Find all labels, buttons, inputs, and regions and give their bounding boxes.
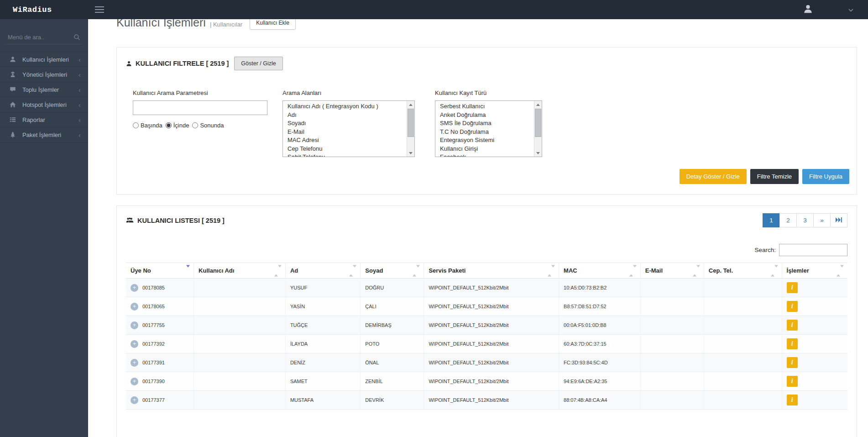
listbox-option[interactable]: T.C No Doğrulama [440, 128, 532, 137]
pagination-page-2[interactable]: 2 [779, 213, 797, 227]
scroll-up-icon[interactable] [534, 101, 542, 108]
user-icon [9, 56, 16, 63]
sidebar-search-input[interactable] [7, 31, 81, 44]
admin-icon [9, 71, 16, 78]
info-button[interactable]: i [787, 301, 798, 312]
pagination-last[interactable] [830, 213, 847, 227]
brand-logo[interactable]: WiRadius [0, 5, 78, 14]
filtre-temizle-button[interactable]: Filtre Temizle [750, 169, 799, 184]
radio-basinda-input[interactable] [133, 122, 139, 128]
expand-row-button[interactable]: + [131, 378, 138, 385]
info-button[interactable]: i [787, 395, 798, 405]
scrollbar[interactable] [407, 101, 414, 157]
main-content: Kullanıcı İşlemleri | Kullanıcılar Kulla… [88, 0, 868, 437]
column-header-soyad[interactable]: Soyad [361, 263, 424, 279]
record-type-label: Kullanıcı Kayıt Türü [435, 90, 542, 96]
expand-row-button[interactable]: + [131, 284, 138, 292]
listbox-option[interactable]: Entegrasyon Sistemi [440, 136, 532, 145]
listbox-option[interactable]: SMS İle Doğrulama [440, 119, 532, 128]
sidebar-toggle-button[interactable] [91, 2, 108, 17]
sidebar-menu: Kullanıcı İşlemleri ‹ Yönetici İşlemleri… [0, 52, 88, 142]
listbox-option[interactable]: Adı [288, 111, 404, 120]
pagination: 1 2 3 » [763, 213, 847, 227]
arama-alanlari-listbox[interactable]: Kullanıcı Adı ( Entegrasyon Kodu ) Adı S… [282, 100, 415, 157]
detay-goster-gizle-button[interactable]: Detay Göster / Gizle [680, 169, 747, 184]
listbox-option[interactable]: Sabit Telefonu [288, 153, 404, 157]
sidebar-item-label: Yönetici İşlemleri [22, 71, 78, 78]
filter-panel: KULLANICI FILTRELE [ 2519 ] Göster / Giz… [116, 47, 857, 195]
search-param-label: Kullanıcı Arama Parametresi [133, 90, 267, 96]
sidebar-item-yonetici-islemleri[interactable]: Yönetici İşlemleri ‹ [0, 67, 88, 82]
scrollbar[interactable] [534, 101, 542, 157]
listbox-option[interactable]: Serbest Kullanıcı [440, 102, 532, 111]
radio-sonunda[interactable]: Sonunda [192, 122, 224, 129]
sort-icon [629, 267, 637, 274]
radio-sonunda-input[interactable] [192, 122, 198, 128]
listbox-option[interactable]: MAC Adresi [288, 136, 404, 145]
column-header-kullanici-adi[interactable]: Kullanıcı Adı [194, 263, 286, 279]
scroll-down-icon[interactable] [407, 149, 414, 157]
listbox-option[interactable]: Kullanıcı Adı ( Entegrasyon Kodu ) [288, 102, 404, 111]
expand-row-button[interactable]: + [131, 340, 138, 348]
listbox-option[interactable]: Facebook [440, 153, 532, 157]
user-list-panel: KULLANICI LISTESI [ 2519 ] 1 2 3 » Searc… [116, 205, 857, 437]
sort-desc-icon [186, 267, 190, 274]
sidebar-item-raporlar[interactable]: Raporlar ‹ [0, 112, 88, 127]
listbox-option[interactable]: Anket Doğrulama [440, 111, 532, 120]
home-icon [9, 101, 16, 108]
info-button[interactable]: i [787, 282, 798, 293]
table-search-input[interactable] [779, 244, 847, 256]
pagination-page-3[interactable]: 3 [796, 213, 814, 227]
column-header-mac[interactable]: MAC [559, 263, 641, 279]
expand-row-button[interactable]: + [131, 303, 138, 311]
filtre-uygula-button[interactable]: Filtre Uygula [802, 169, 849, 184]
radio-basinda[interactable]: Başında [133, 122, 162, 129]
sidebar-item-toplu-islemler[interactable]: Toplu İşlemler ‹ [0, 82, 88, 97]
search-param-input[interactable] [133, 100, 267, 115]
pagination-page-1[interactable]: 1 [763, 213, 780, 227]
scrollbar-thumb[interactable] [535, 109, 541, 137]
sidebar-item-paket-islemleri[interactable]: Paket İşlemleri ‹ [0, 127, 88, 142]
sidebar-item-label: Raporlar [22, 116, 78, 123]
scrollbar-thumb[interactable] [408, 109, 414, 137]
info-button[interactable]: i [787, 338, 798, 349]
info-button[interactable]: i [787, 320, 798, 331]
list-panel-header: KULLANICI LISTESI [ 2519 ] 1 2 3 » [117, 206, 857, 227]
goster-gizle-button[interactable]: Göster / Gizle [234, 57, 282, 70]
sidebar-item-hotspot-islemleri[interactable]: Hotspot İşlemleri ‹ [0, 97, 88, 112]
scroll-down-icon[interactable] [534, 149, 542, 157]
kayit-turu-listbox[interactable]: Serbest Kullanıcı Anket Doğrulama SMS İl… [435, 100, 542, 157]
hamburger-icon [95, 6, 104, 7]
column-header-islemler[interactable]: İşlemler [782, 263, 847, 279]
listbox-option[interactable]: Cep Telefonu [288, 145, 404, 153]
chevron-left-icon: ‹ [78, 116, 81, 123]
listbox-option[interactable]: Soyadı [288, 119, 404, 128]
column-header-ad[interactable]: Ad [285, 263, 360, 279]
sort-icon [837, 267, 844, 274]
list-icon [9, 116, 16, 123]
user-icon [126, 61, 132, 67]
column-header-email[interactable]: E-Mail [640, 263, 704, 279]
list-panel-title: KULLANICI LISTESI [ 2519 ] [137, 217, 225, 224]
radio-icinde[interactable]: İçinde [166, 122, 189, 129]
listbox-option[interactable]: E-Mail [288, 128, 404, 137]
expand-row-button[interactable]: + [131, 396, 138, 404]
user-menu-button[interactable] [803, 4, 813, 15]
column-header-cep-tel[interactable]: Cep. Tel. [704, 263, 782, 279]
breadcrumb: | Kullanıcılar [210, 21, 242, 28]
sidebar-item-kullanici-islemleri[interactable]: Kullanıcı İşlemleri ‹ [0, 52, 88, 67]
expand-row-button[interactable]: + [131, 321, 138, 329]
topbar-dropdown-toggle[interactable] [848, 6, 853, 13]
last-page-icon [836, 217, 842, 224]
info-button[interactable]: i [787, 357, 798, 368]
listbox-option[interactable]: Kullanıcı Girişi [440, 145, 532, 153]
scroll-up-icon[interactable] [407, 101, 414, 108]
column-header-uye-no[interactable]: Üye No [126, 263, 194, 279]
column-header-servis-paketi[interactable]: Servis Paketi [424, 263, 559, 279]
record-type-column: Kullanıcı Kayıt Türü Serbest Kullanıcı A… [435, 90, 542, 157]
table-row: +00177377 MUSTAFA DEVRİK WIPOINT_DEFAULT… [126, 391, 847, 410]
info-button[interactable]: i [787, 376, 798, 387]
pagination-next[interactable]: » [813, 213, 831, 227]
expand-row-button[interactable]: + [131, 359, 138, 367]
radio-icinde-input[interactable] [166, 122, 172, 128]
